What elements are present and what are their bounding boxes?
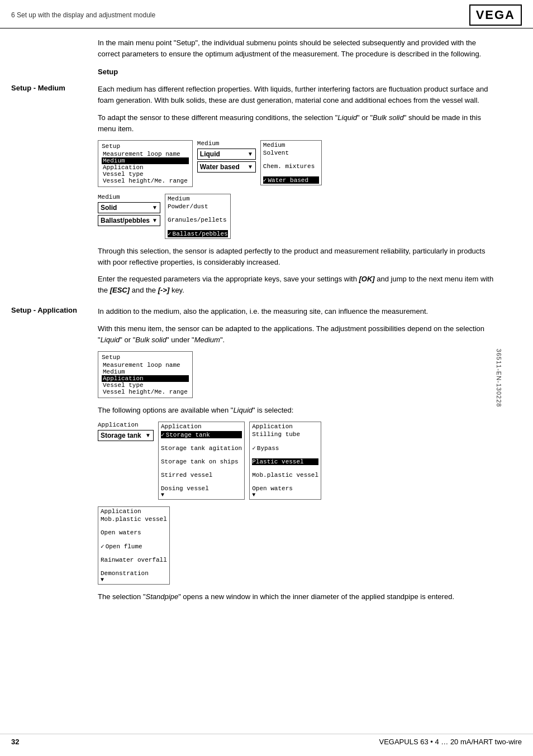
intro-text: In the main menu point "Setup", the indi…: [98, 37, 494, 60]
application-para1: In addition to the medium, also the appl…: [98, 306, 494, 317]
solid-dropdown-panel: Medium Solid ▼ Ballast/pebbles ▼: [98, 194, 160, 228]
medium-dropdown-panel: Medium Liquid ▼ Water based ▼: [197, 140, 256, 174]
medium-para1: Each medium has different reflection pro…: [98, 84, 494, 106]
liquid-dropdown[interactable]: Liquid ▼: [197, 149, 256, 160]
setup-application-label: Setup - Application: [11, 304, 77, 314]
main-content: In the main menu point "Setup", the indi…: [98, 37, 511, 82]
application-list1: Application Storage tank Storage tank ag…: [158, 422, 245, 500]
setup-menu-panel: Setup Measurement loop name Medium Appli…: [98, 140, 193, 187]
standpipe-text: The selection "Standpipe" opens a new wi…: [98, 591, 494, 602]
setup-medium-label-col: Setup - Medium: [11, 84, 98, 302]
storage-tank-dropdown[interactable]: Storage tank ▼: [98, 430, 154, 441]
page: 6 Set up with the display and adjustment…: [0, 0, 533, 756]
application-menu-diagram: Setup Measurement loop name Medium Appli…: [98, 351, 494, 398]
medium-para2: To adapt the sensor to these different m…: [98, 112, 494, 135]
solid-list-panel: Medium Powder/dust Granules/pellets Ball…: [165, 194, 231, 239]
medium-para4: Enter the requested parameters via the a…: [98, 274, 494, 296]
ballast-dropdown[interactable]: Ballast/pebbles ▼: [98, 215, 160, 226]
left-labels: [11, 37, 98, 82]
page-number: 32: [11, 738, 19, 746]
product-name: VEGAPULS 63 • 4 … 20 mA/HART two-wire: [379, 738, 522, 746]
water-based-dropdown[interactable]: Water based ▼: [197, 161, 256, 173]
setup-heading: Setup: [98, 68, 494, 76]
storage-tank-dropdown-panel: Application Storage tank ▼: [98, 422, 154, 443]
medium-diagram2: Medium Solid ▼ Ballast/pebbles ▼ Medium …: [98, 194, 494, 239]
solid-dropdown[interactable]: Solid ▼: [98, 202, 160, 213]
medium-para3: Through this selection, the sensor is ad…: [98, 246, 494, 268]
liquid-options-label: The following options are available when…: [98, 405, 494, 416]
application-list2: Application Stilling tube Bypass Plastic…: [249, 422, 321, 500]
vega-logo: VEGA: [469, 4, 522, 26]
sidebar-document-id: 36511-EN-130228: [496, 349, 503, 408]
medium-diagram1: Setup Measurement loop name Medium Appli…: [98, 140, 494, 187]
setup-application-content: In addition to the medium, also the appl…: [98, 306, 511, 608]
setup-application-label-col: Setup - Application: [11, 306, 98, 608]
application-setup-panel: Setup Measurement loop name Medium Appli…: [98, 351, 193, 398]
application-para2: With this menu item, the sensor can be a…: [98, 323, 494, 346]
setup-medium-content: Each medium has different reflection pro…: [98, 84, 511, 302]
header: 6 Set up with the display and adjustment…: [0, 0, 533, 28]
more-application-diagram: Application Mob.plastic vessel Open wate…: [98, 506, 494, 585]
logo: VEGA: [469, 4, 522, 26]
liquid-application-diagrams: Application Storage tank ▼ Application S…: [98, 422, 494, 500]
chapter-title: 6 Set up with the display and adjustment…: [11, 11, 155, 19]
footer: 32 VEGAPULS 63 • 4 … 20 mA/HART two-wire: [0, 734, 533, 746]
setup-medium-label: Setup - Medium: [11, 82, 65, 92]
application-list3: Application Mob.plastic vessel Open wate…: [98, 506, 170, 585]
medium-list-panel: Medium Solvent Chem. mixtures Water base…: [260, 140, 322, 185]
